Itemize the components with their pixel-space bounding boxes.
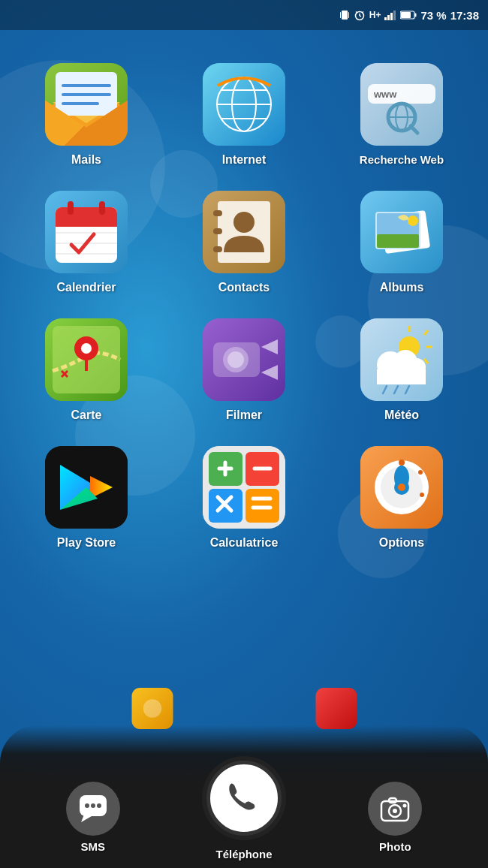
clock: 17:38 — [450, 9, 479, 22]
status-icons: H+ 73 % 17:38 — [339, 9, 479, 22]
partial-apps — [0, 688, 488, 729]
svg-rect-78 — [377, 369, 426, 384]
app-calculatrice[interactable]: Calculatrice — [165, 436, 323, 563]
svg-rect-39 — [68, 201, 74, 215]
internet-icon — [203, 63, 285, 146]
svg-rect-46 — [213, 210, 222, 216]
svg-rect-10 — [390, 13, 393, 20]
svg-point-106 — [420, 493, 424, 497]
internet-label: Internet — [222, 153, 267, 167]
app-albums[interactable]: Albums — [323, 180, 480, 308]
alarm-icon — [354, 9, 366, 21]
filmer-icon — [203, 318, 285, 401]
svg-rect-8 — [384, 17, 387, 20]
app-internet[interactable]: Internet — [165, 53, 323, 180]
svg-point-108 — [143, 699, 161, 717]
svg-point-117 — [393, 809, 397, 813]
mails-label: Mails — [71, 153, 101, 167]
svg-rect-1 — [340, 12, 341, 18]
carte-label: Carte — [71, 408, 102, 422]
svg-text:www: www — [373, 89, 397, 100]
app-recherche[interactable]: www Recherche Web — [323, 53, 480, 180]
options-label: Options — [379, 536, 424, 550]
svg-rect-48 — [213, 246, 222, 252]
playstore-icon — [45, 446, 128, 529]
app-carte[interactable]: Carte — [8, 308, 165, 436]
svg-point-119 — [403, 804, 407, 808]
dock: SMS Téléphone Photo — [0, 761, 488, 853]
svg-point-112 — [85, 803, 89, 808]
playstore-label: Play Store — [57, 536, 116, 550]
svg-rect-2 — [348, 12, 349, 18]
contacts-icon — [203, 191, 285, 273]
svg-rect-40 — [99, 201, 105, 215]
calculatrice-icon — [203, 446, 285, 529]
mails-icon — [45, 63, 128, 146]
app-filmer[interactable]: Filmer — [165, 308, 323, 436]
filmer-label: Filmer — [226, 408, 262, 422]
svg-point-66 — [227, 351, 244, 368]
svg-rect-109 — [315, 688, 357, 729]
telephone-icon — [206, 761, 282, 836]
photo-label: Photo — [379, 840, 411, 853]
network-type-icon: H+ — [369, 10, 381, 20]
svg-rect-47 — [213, 228, 222, 234]
svg-rect-13 — [415, 14, 417, 17]
battery-percent: 73 % — [420, 9, 446, 22]
svg-point-113 — [91, 803, 95, 808]
dock-telephone[interactable]: Téléphone — [206, 761, 282, 860]
svg-point-54 — [408, 215, 418, 226]
calculatrice-label: Calculatrice — [210, 536, 279, 550]
signal-icon — [384, 10, 396, 20]
app-meteo[interactable]: Météo — [323, 308, 480, 436]
app-calendrier[interactable]: Calendrier — [8, 180, 165, 308]
app-options[interactable]: Options — [323, 436, 480, 563]
svg-rect-11 — [393, 11, 396, 20]
meteo-label: Météo — [384, 408, 419, 422]
sms-label: SMS — [80, 840, 105, 853]
app-mails[interactable]: Mails — [8, 53, 165, 180]
app-grid: Mails Internet — [0, 30, 488, 571]
telephone-label: Téléphone — [215, 848, 272, 860]
svg-rect-38 — [56, 218, 117, 227]
recherche-icon: www — [360, 63, 443, 146]
meteo-icon — [360, 318, 443, 401]
carte-icon — [45, 318, 128, 401]
partial-app-right[interactable] — [303, 688, 370, 729]
sms-icon — [66, 782, 120, 836]
contacts-label: Contacts — [218, 281, 270, 294]
svg-point-103 — [398, 484, 405, 491]
svg-point-59 — [81, 343, 92, 354]
svg-point-105 — [418, 470, 423, 475]
svg-rect-14 — [401, 12, 411, 18]
calendrier-icon — [45, 191, 128, 273]
status-bar: H+ 73 % 17:38 — [0, 0, 488, 30]
recherche-label: Recherche Web — [360, 153, 444, 166]
app-contacts[interactable]: Contacts — [165, 180, 323, 308]
vibrate-icon — [339, 9, 350, 21]
svg-rect-55 — [377, 234, 419, 248]
calendrier-label: Calendrier — [56, 281, 116, 294]
partial-app-left[interactable] — [119, 688, 186, 729]
svg-point-114 — [97, 803, 101, 808]
svg-point-49 — [233, 212, 255, 233]
battery-icon — [400, 11, 417, 20]
dock-sms[interactable]: SMS — [66, 782, 120, 853]
svg-point-104 — [399, 460, 405, 466]
photo-icon — [368, 782, 422, 836]
options-icon — [360, 446, 443, 529]
app-playstore[interactable]: Play Store — [8, 436, 165, 563]
svg-line-5 — [360, 16, 361, 17]
svg-rect-9 — [387, 15, 390, 20]
svg-rect-0 — [342, 11, 348, 20]
albums-label: Albums — [380, 281, 424, 294]
albums-icon — [360, 191, 443, 273]
dock-photo[interactable]: Photo — [368, 782, 422, 853]
